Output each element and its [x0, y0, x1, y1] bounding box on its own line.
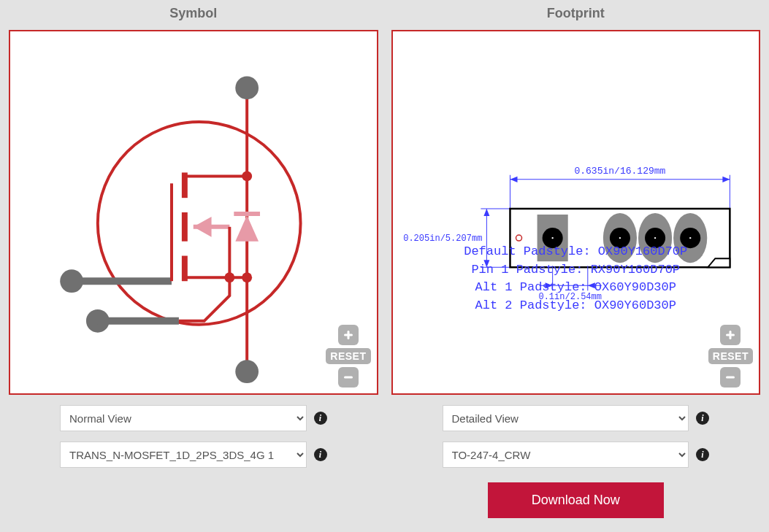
svg-point-47 — [619, 237, 620, 239]
info-icon[interactable]: i — [314, 412, 327, 425]
minus-icon — [342, 371, 355, 384]
symbol-zoom-in[interactable] — [338, 325, 359, 345]
padstyle-line: Default Padstyle: OX90Y160D70P — [393, 243, 760, 261]
info-icon[interactable]: i — [696, 448, 709, 461]
footprint-title: Footprint — [391, 6, 761, 21]
padstyle-line: Alt 1 Padstyle: OX60Y90D30P — [393, 279, 760, 297]
svg-marker-30 — [510, 177, 517, 182]
svg-point-50 — [654, 237, 655, 239]
footprint-reset-button[interactable]: RESET — [708, 348, 753, 364]
symbol-column: Symbol — [9, 0, 378, 518]
svg-rect-61 — [726, 334, 735, 336]
footprint-drawing: 0.635in/16.129mm 0.205in/5.207mm — [393, 31, 760, 393]
svg-point-44 — [551, 237, 553, 239]
svg-rect-62 — [726, 377, 735, 379]
download-button[interactable]: Download Now — [488, 482, 664, 518]
footprint-padstyle-list: Default Padstyle: OX90Y160D70P Pin 1 Pad… — [393, 243, 760, 315]
svg-point-8 — [60, 269, 83, 293]
svg-point-53 — [689, 237, 691, 239]
plus-icon — [724, 328, 737, 342]
svg-point-0 — [98, 122, 301, 325]
footprint-column: Footprint 0.635in/16.129mm 0.205in/5.207… — [391, 0, 761, 518]
svg-marker-22 — [235, 215, 259, 242]
plus-icon — [342, 328, 355, 342]
info-icon[interactable]: i — [314, 448, 327, 461]
symbol-viewer[interactable]: RESET — [9, 30, 378, 395]
padstyle-line: Pin 1 Padstyle: RX90Y160D70P — [393, 261, 760, 280]
svg-point-41 — [516, 235, 521, 241]
footprint-viewer[interactable]: 0.635in/16.129mm 0.205in/5.207mm — [391, 30, 761, 395]
svg-rect-25 — [344, 334, 353, 336]
svg-marker-18 — [194, 217, 212, 237]
footprint-view-select[interactable]: Detailed View — [443, 405, 689, 431]
info-icon[interactable]: i — [696, 412, 709, 425]
symbol-schematic — [10, 31, 377, 393]
footprint-zoom-in[interactable] — [720, 325, 741, 345]
padstyle-line: Alt 2 Padstyle: OX90Y60D30P — [393, 297, 760, 315]
svg-marker-36 — [483, 209, 489, 216]
svg-point-2 — [235, 77, 259, 100]
symbol-zoom-out[interactable] — [338, 367, 359, 388]
footprint-zoom-out[interactable] — [720, 367, 741, 388]
svg-text:0.635in/16.129mm: 0.635in/16.129mm — [574, 166, 665, 177]
svg-rect-26 — [344, 377, 353, 379]
svg-marker-31 — [722, 177, 730, 182]
symbol-title: Symbol — [9, 6, 378, 21]
footprint-part-select[interactable]: TO-247-4_CRW — [443, 442, 689, 468]
symbol-reset-button[interactable]: RESET — [326, 348, 370, 364]
svg-point-20 — [224, 272, 234, 282]
symbol-view-select[interactable]: Normal View — [60, 405, 307, 431]
minus-icon — [724, 371, 737, 384]
svg-point-5 — [235, 360, 259, 383]
symbol-part-select[interactable]: TRANS_N-MOSFET_1D_2PS_3DS_4G 1 — [60, 442, 307, 468]
